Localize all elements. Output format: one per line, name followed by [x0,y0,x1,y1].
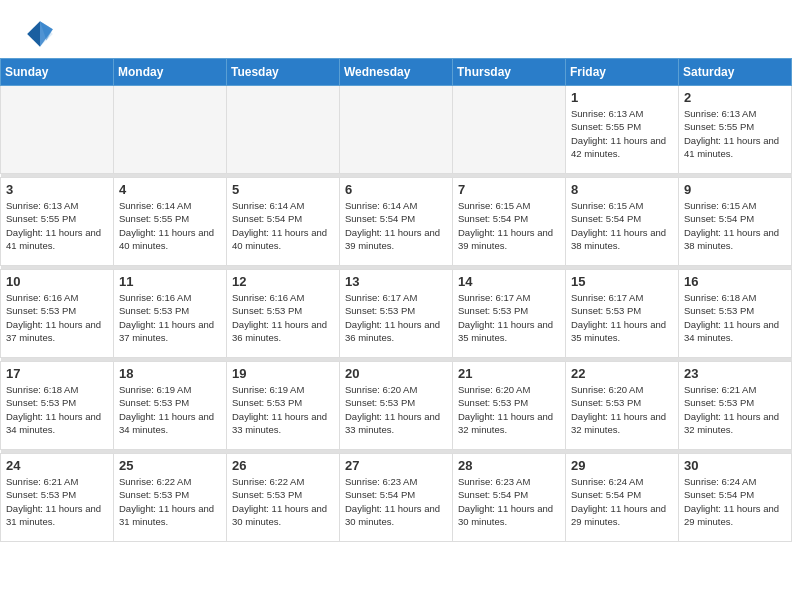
calendar-cell: 20Sunrise: 6:20 AMSunset: 5:53 PMDayligh… [340,362,453,450]
calendar-week-row: 1Sunrise: 6:13 AMSunset: 5:55 PMDaylight… [1,86,792,174]
day-number: 17 [6,366,108,381]
calendar-cell: 11Sunrise: 6:16 AMSunset: 5:53 PMDayligh… [114,270,227,358]
calendar-cell: 28Sunrise: 6:23 AMSunset: 5:54 PMDayligh… [453,454,566,542]
day-info: Sunrise: 6:13 AMSunset: 5:55 PMDaylight:… [684,107,786,160]
day-number: 16 [684,274,786,289]
weekday-header-monday: Monday [114,59,227,86]
day-info: Sunrise: 6:23 AMSunset: 5:54 PMDaylight:… [345,475,447,528]
day-info: Sunrise: 6:16 AMSunset: 5:53 PMDaylight:… [232,291,334,344]
calendar-week-row: 3Sunrise: 6:13 AMSunset: 5:55 PMDaylight… [1,178,792,266]
calendar-cell [227,86,340,174]
calendar-cell: 25Sunrise: 6:22 AMSunset: 5:53 PMDayligh… [114,454,227,542]
day-info: Sunrise: 6:14 AMSunset: 5:55 PMDaylight:… [119,199,221,252]
day-number: 8 [571,182,673,197]
day-number: 1 [571,90,673,105]
calendar-cell: 24Sunrise: 6:21 AMSunset: 5:53 PMDayligh… [1,454,114,542]
day-number: 6 [345,182,447,197]
calendar-cell [340,86,453,174]
calendar-week-row: 17Sunrise: 6:18 AMSunset: 5:53 PMDayligh… [1,362,792,450]
calendar-cell: 2Sunrise: 6:13 AMSunset: 5:55 PMDaylight… [679,86,792,174]
calendar-cell: 15Sunrise: 6:17 AMSunset: 5:53 PMDayligh… [566,270,679,358]
calendar-cell: 14Sunrise: 6:17 AMSunset: 5:53 PMDayligh… [453,270,566,358]
calendar-cell: 29Sunrise: 6:24 AMSunset: 5:54 PMDayligh… [566,454,679,542]
page: SundayMondayTuesdayWednesdayThursdayFrid… [0,0,792,612]
calendar-cell: 12Sunrise: 6:16 AMSunset: 5:53 PMDayligh… [227,270,340,358]
weekday-header-friday: Friday [566,59,679,86]
day-number: 12 [232,274,334,289]
day-info: Sunrise: 6:19 AMSunset: 5:53 PMDaylight:… [232,383,334,436]
logo [24,18,60,50]
calendar-cell: 6Sunrise: 6:14 AMSunset: 5:54 PMDaylight… [340,178,453,266]
logo-icon [24,18,56,50]
svg-marker-3 [27,21,40,47]
weekday-header-thursday: Thursday [453,59,566,86]
calendar-week-row: 10Sunrise: 6:16 AMSunset: 5:53 PMDayligh… [1,270,792,358]
day-info: Sunrise: 6:17 AMSunset: 5:53 PMDaylight:… [458,291,560,344]
day-number: 15 [571,274,673,289]
day-info: Sunrise: 6:19 AMSunset: 5:53 PMDaylight:… [119,383,221,436]
calendar-cell: 17Sunrise: 6:18 AMSunset: 5:53 PMDayligh… [1,362,114,450]
day-number: 10 [6,274,108,289]
calendar-cell: 4Sunrise: 6:14 AMSunset: 5:55 PMDaylight… [114,178,227,266]
day-info: Sunrise: 6:15 AMSunset: 5:54 PMDaylight:… [684,199,786,252]
calendar-cell: 23Sunrise: 6:21 AMSunset: 5:53 PMDayligh… [679,362,792,450]
day-number: 28 [458,458,560,473]
day-number: 14 [458,274,560,289]
weekday-header-saturday: Saturday [679,59,792,86]
weekday-header-sunday: Sunday [1,59,114,86]
day-number: 25 [119,458,221,473]
calendar-cell: 13Sunrise: 6:17 AMSunset: 5:53 PMDayligh… [340,270,453,358]
day-number: 27 [345,458,447,473]
day-info: Sunrise: 6:15 AMSunset: 5:54 PMDaylight:… [571,199,673,252]
calendar-cell: 26Sunrise: 6:22 AMSunset: 5:53 PMDayligh… [227,454,340,542]
day-number: 9 [684,182,786,197]
day-number: 26 [232,458,334,473]
day-info: Sunrise: 6:17 AMSunset: 5:53 PMDaylight:… [571,291,673,344]
day-number: 21 [458,366,560,381]
day-info: Sunrise: 6:22 AMSunset: 5:53 PMDaylight:… [119,475,221,528]
calendar-cell: 30Sunrise: 6:24 AMSunset: 5:54 PMDayligh… [679,454,792,542]
day-number: 22 [571,366,673,381]
day-number: 13 [345,274,447,289]
day-info: Sunrise: 6:14 AMSunset: 5:54 PMDaylight:… [232,199,334,252]
calendar-cell: 3Sunrise: 6:13 AMSunset: 5:55 PMDaylight… [1,178,114,266]
calendar-cell: 19Sunrise: 6:19 AMSunset: 5:53 PMDayligh… [227,362,340,450]
header [0,0,792,58]
day-number: 24 [6,458,108,473]
day-info: Sunrise: 6:24 AMSunset: 5:54 PMDaylight:… [684,475,786,528]
calendar-cell: 18Sunrise: 6:19 AMSunset: 5:53 PMDayligh… [114,362,227,450]
day-info: Sunrise: 6:24 AMSunset: 5:54 PMDaylight:… [571,475,673,528]
day-number: 3 [6,182,108,197]
weekday-header-row: SundayMondayTuesdayWednesdayThursdayFrid… [1,59,792,86]
calendar-cell: 16Sunrise: 6:18 AMSunset: 5:53 PMDayligh… [679,270,792,358]
calendar-cell: 22Sunrise: 6:20 AMSunset: 5:53 PMDayligh… [566,362,679,450]
day-number: 11 [119,274,221,289]
calendar-cell [453,86,566,174]
day-number: 5 [232,182,334,197]
calendar-week-row: 24Sunrise: 6:21 AMSunset: 5:53 PMDayligh… [1,454,792,542]
day-info: Sunrise: 6:20 AMSunset: 5:53 PMDaylight:… [458,383,560,436]
day-number: 19 [232,366,334,381]
day-info: Sunrise: 6:17 AMSunset: 5:53 PMDaylight:… [345,291,447,344]
day-info: Sunrise: 6:20 AMSunset: 5:53 PMDaylight:… [345,383,447,436]
calendar-cell: 5Sunrise: 6:14 AMSunset: 5:54 PMDaylight… [227,178,340,266]
day-info: Sunrise: 6:21 AMSunset: 5:53 PMDaylight:… [684,383,786,436]
calendar-table: SundayMondayTuesdayWednesdayThursdayFrid… [0,58,792,542]
calendar-cell: 7Sunrise: 6:15 AMSunset: 5:54 PMDaylight… [453,178,566,266]
day-number: 18 [119,366,221,381]
day-info: Sunrise: 6:13 AMSunset: 5:55 PMDaylight:… [6,199,108,252]
calendar-cell [114,86,227,174]
day-info: Sunrise: 6:16 AMSunset: 5:53 PMDaylight:… [6,291,108,344]
day-info: Sunrise: 6:15 AMSunset: 5:54 PMDaylight:… [458,199,560,252]
weekday-header-tuesday: Tuesday [227,59,340,86]
day-info: Sunrise: 6:18 AMSunset: 5:53 PMDaylight:… [6,383,108,436]
weekday-header-wednesday: Wednesday [340,59,453,86]
calendar-cell: 10Sunrise: 6:16 AMSunset: 5:53 PMDayligh… [1,270,114,358]
day-number: 2 [684,90,786,105]
calendar-cell: 8Sunrise: 6:15 AMSunset: 5:54 PMDaylight… [566,178,679,266]
day-info: Sunrise: 6:20 AMSunset: 5:53 PMDaylight:… [571,383,673,436]
day-info: Sunrise: 6:21 AMSunset: 5:53 PMDaylight:… [6,475,108,528]
calendar-cell: 9Sunrise: 6:15 AMSunset: 5:54 PMDaylight… [679,178,792,266]
day-number: 4 [119,182,221,197]
day-info: Sunrise: 6:22 AMSunset: 5:53 PMDaylight:… [232,475,334,528]
